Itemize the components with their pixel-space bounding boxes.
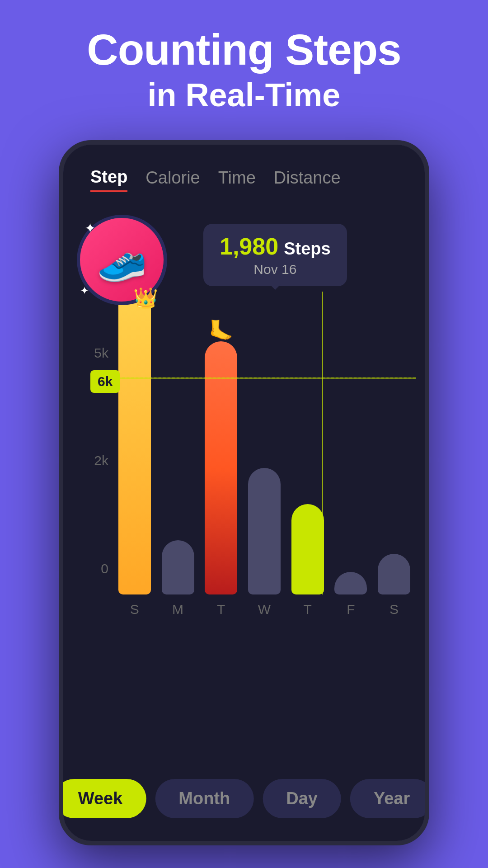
bar-wednesday [248, 468, 281, 594]
selected-bar-line [322, 292, 323, 594]
x-label-thu: T [292, 602, 323, 617]
bar-thursday-fill [291, 504, 324, 594]
x-label-mon: M [163, 602, 193, 617]
crown-icon: 👑 [133, 286, 158, 310]
tab-step[interactable]: Step [90, 167, 127, 192]
chart-area: ✦ 👟 ✦ 👑 1,980 Steps Nov 16 0 2k 5k 8k [63, 201, 425, 644]
bar-monday [162, 540, 194, 594]
bar-sunday-fill [118, 269, 151, 594]
period-tab-year[interactable]: Year [350, 779, 425, 818]
y-label-5k: 5k [81, 345, 108, 361]
bar-sunday [118, 269, 151, 594]
bars-container: 🦶 [113, 269, 416, 594]
step-tooltip: 1,980 Steps Nov 16 [203, 224, 347, 286]
bar-monday-fill [162, 540, 194, 594]
y-label-2k: 2k [81, 453, 108, 468]
period-tab-day[interactable]: Day [263, 779, 341, 818]
goal-badge: 6k [90, 370, 120, 393]
app-icon: ✦ 👟 ✦ 👑 [77, 215, 167, 305]
bar-friday-fill [334, 572, 367, 594]
bar-thursday [291, 504, 324, 594]
header: Counting Steps in Real-Time [0, 0, 488, 132]
bar-tuesday: 🦶 [205, 341, 237, 594]
x-axis: S M T W T F S [113, 602, 416, 617]
x-label-wed: W [249, 602, 280, 617]
period-tab-week[interactable]: Week [63, 779, 146, 818]
header-title: Counting Steps [18, 27, 470, 73]
x-label-sat: S [379, 602, 409, 617]
tooltip-step-count: 1,980 Steps [220, 233, 331, 260]
x-label-tue: T [206, 602, 236, 617]
bar-friday [334, 572, 367, 594]
header-subtitle: in Real-Time [18, 76, 470, 113]
period-tab-month[interactable]: Month [155, 779, 253, 818]
y-label-0: 0 [81, 561, 108, 576]
sparkle-icon-top: ✦ [84, 220, 96, 236]
x-label-fri: F [335, 602, 366, 617]
bar-saturday [378, 554, 410, 594]
metric-tabs: Step Calorie Time Distance [63, 145, 425, 201]
sparkle-icon-bottom: ✦ [80, 284, 89, 297]
tab-calorie[interactable]: Calorie [145, 168, 200, 191]
tab-distance[interactable]: Distance [274, 168, 341, 191]
shoe-emoji-icon: 👟 [97, 236, 147, 283]
tooltip-label: Steps [284, 239, 330, 259]
phone-frame: Step Calorie Time Distance ✦ 👟 ✦ 👑 1,980 [59, 140, 429, 845]
x-label-sun: S [119, 602, 150, 617]
tab-time[interactable]: Time [218, 168, 256, 191]
bar-wednesday-fill [248, 468, 281, 594]
tooltip-date: Nov 16 [220, 262, 331, 277]
tooltip-number: 1,980 [220, 233, 278, 260]
bar-saturday-fill [378, 554, 410, 594]
foot-icon: 🦶 [209, 319, 234, 342]
period-tabs: Week Month Day Year [63, 779, 425, 818]
phone-screen: Step Calorie Time Distance ✦ 👟 ✦ 👑 1,980 [63, 145, 425, 841]
bar-tuesday-fill: 🦶 [205, 341, 237, 594]
goal-line [113, 377, 416, 379]
